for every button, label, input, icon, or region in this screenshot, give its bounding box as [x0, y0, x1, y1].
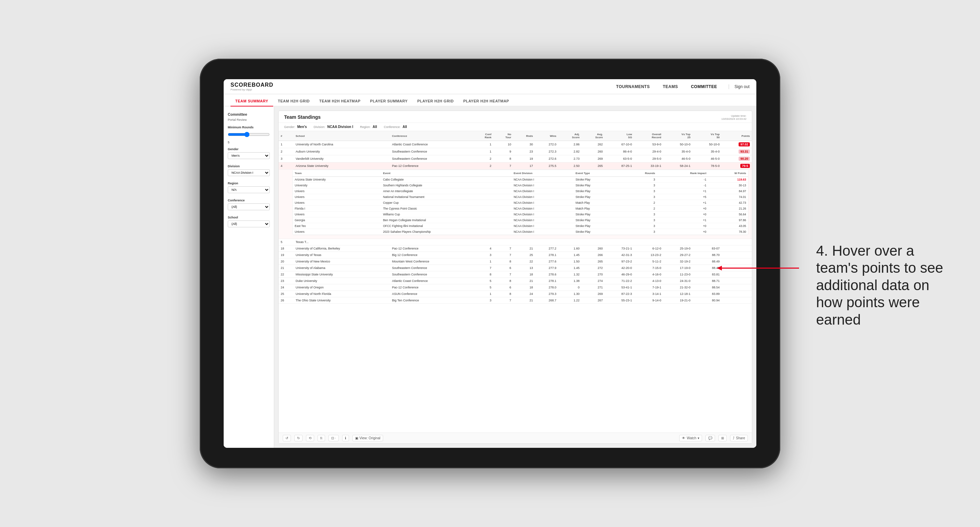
table-row[interactable]: 24 University of Oregon Pac-12 Conferenc… — [278, 284, 752, 291]
tab-team-summary[interactable]: TEAM SUMMARY — [231, 99, 273, 106]
event-row[interactable]: East Tex OFCC Fighting Illini Invitation… — [293, 223, 748, 229]
main-nav: TOURNAMENTS TEAMS COMMITTEE Sign out — [615, 84, 749, 89]
view-button[interactable]: ▣ View: Original — [352, 435, 383, 441]
event-row[interactable]: Univers Amer An Intercollegiate NCAA Div… — [293, 189, 748, 194]
cell-no-tour: 8 — [493, 278, 513, 284]
cell-points[interactable] — [722, 245, 752, 252]
cell-avg: 269 — [582, 291, 605, 297]
table-row[interactable]: 2 Auburn University Southeastern Confere… — [278, 148, 752, 155]
arrow-svg — [717, 263, 806, 273]
paste-button[interactable]: ⊡ · — [328, 435, 339, 441]
sign-out-button[interactable]: Sign out — [729, 84, 749, 89]
tab-team-h2h-grid[interactable]: TEAM H2H GRID — [273, 99, 315, 106]
ev-type: Stroke Play — [574, 212, 622, 217]
cell-vs25: 19-21-0 — [663, 297, 692, 304]
cell-points[interactable]: 90.20 — [722, 155, 752, 162]
table-row[interactable]: 1 University of North Carolina Atlantic … — [278, 141, 752, 148]
conference-select[interactable]: (All) — [228, 203, 270, 210]
sidebar-subheader: Portal Review — [228, 118, 270, 122]
cell-points[interactable] — [722, 291, 752, 297]
cell-points[interactable]: 79-5 — [722, 162, 752, 170]
eye-icon: 👁 — [682, 436, 685, 440]
cell-rank: 2 — [278, 148, 294, 155]
cell-adj: 2.82 — [558, 148, 582, 155]
gender-select[interactable]: Men's Women's — [228, 152, 270, 159]
school-select[interactable]: (All) — [228, 221, 270, 227]
grid-button[interactable]: ⊞ — [718, 435, 727, 441]
app-logo-sub: Powered by clippi — [231, 88, 252, 91]
cell-vs50 — [692, 239, 722, 245]
reset-button[interactable]: ⟲ — [306, 435, 314, 441]
event-row[interactable]: Univers Williams Cup NCAA Division I Str… — [293, 212, 748, 217]
region-select[interactable]: N/A East West — [228, 186, 270, 193]
ev-type: Stroke Play — [574, 194, 622, 200]
event-row[interactable]: Florida I The Cypress Point Classic NCAA… — [293, 206, 748, 212]
event-detail-table: Team Event Event Division Event Type Rou… — [293, 170, 748, 235]
table-row[interactable]: 26 The Ohio State University Big Ten Con… — [278, 297, 752, 304]
share-button[interactable]: ⤴ Share — [730, 435, 748, 441]
cell-points[interactable]: 97.02 — [722, 141, 752, 148]
ev-rounds: 3 — [621, 212, 657, 217]
redo-button[interactable]: ↻ — [294, 435, 302, 441]
cell-avg: 270 — [582, 271, 605, 278]
copy-button[interactable]: ⎘ — [318, 435, 325, 441]
col-overall: OverallRecord — [634, 131, 663, 141]
cell-low-sg: 87-25-1 — [605, 162, 634, 170]
cell-points[interactable] — [722, 278, 752, 284]
min-rounds-slider[interactable] — [228, 130, 270, 138]
col-vs-top50: Vs Top50 — [692, 131, 722, 141]
tab-player-h2h-grid[interactable]: PLAYER H2H GRID — [412, 99, 458, 106]
cell-points[interactable]: 93.31 — [722, 148, 752, 155]
cell-vs50: 88.70 — [692, 252, 722, 259]
table-row[interactable]: 22 Mississippi State University Southeas… — [278, 271, 752, 278]
nav-teams[interactable]: TEAMS — [662, 84, 679, 89]
table-row[interactable]: 20 University of New Mexico Mountain Wes… — [278, 259, 752, 265]
nav-committee[interactable]: COMMITTEE — [689, 84, 718, 89]
cell-avg: 265 — [582, 162, 605, 170]
cell-school: The Ohio State University — [294, 297, 390, 304]
table-row[interactable]: 25 University of North Florida ASUN Conf… — [278, 291, 752, 297]
table-header-row: # School Conference ConfRank NoTour Rnds… — [278, 131, 752, 141]
table-row[interactable]: 5 Texas T... — [278, 239, 752, 245]
comment-button[interactable]: 💬 — [705, 435, 715, 441]
cell-points[interactable] — [722, 284, 752, 291]
table-row[interactable]: 21 University of Alabama Southeastern Co… — [278, 265, 752, 271]
table-row[interactable]: 18 University of California, Berkeley Pa… — [278, 245, 752, 252]
cell-rank: 24 — [278, 284, 294, 291]
ev-event: Williams Cup — [381, 212, 512, 217]
cell-points[interactable] — [722, 239, 752, 245]
cell-conf-rank: 2 — [472, 162, 493, 170]
cell-rnds: 21 — [513, 278, 535, 284]
ev-division: NCAA Division I — [512, 223, 573, 229]
cell-vs25: 50-10-0 — [663, 141, 692, 148]
table-row-highlighted[interactable]: 4 Arizona State University Pac-12 Confer… — [278, 162, 752, 170]
cell-school: University of North Carolina — [294, 141, 390, 148]
event-row[interactable]: Univers National Invitational Tournament… — [293, 194, 748, 200]
share-label: Share — [736, 436, 745, 440]
event-row[interactable]: Univers Copper Cup NCAA Division I Match… — [293, 200, 748, 206]
cell-avg: 262 — [582, 141, 605, 148]
table-row[interactable]: 23 Duke University Atlantic Coast Confer… — [278, 278, 752, 284]
cell-avg — [582, 239, 605, 245]
cell-points[interactable] — [722, 297, 752, 304]
division-select[interactable]: NCAA Division I NCAA Division II NCAA Di… — [228, 169, 270, 176]
ev-division: NCAA Division I — [512, 177, 573, 183]
cell-avg: 271 — [582, 284, 605, 291]
table-row[interactable]: 19 University of Texas Big 12 Conference… — [278, 252, 752, 259]
watch-button[interactable]: 👁 Watch ▾ — [679, 435, 702, 441]
tab-player-h2h-heatmap[interactable]: PLAYER H2H HEATMAP — [458, 99, 514, 106]
info-button[interactable]: ℹ — [342, 435, 349, 441]
tab-player-summary[interactable]: PLAYER SUMMARY — [365, 99, 412, 106]
event-row[interactable]: University Southern Highlands Collegiate… — [293, 183, 748, 189]
event-row[interactable]: Georgia Ben Hogan Collegiate Invitationa… — [293, 217, 748, 223]
ev-wpoints: 42.73 — [708, 200, 748, 206]
col-avg-score: Avg.Score — [582, 131, 605, 141]
event-row[interactable]: Univers 2023 Sahalee Players Championshi… — [293, 229, 748, 235]
nav-tournaments[interactable]: TOURNAMENTS — [615, 84, 651, 89]
undo-button[interactable]: ↺ — [283, 435, 291, 441]
tab-team-h2h-heatmap[interactable]: TEAM H2H HEATMAP — [315, 99, 365, 106]
table-row[interactable]: 3 Vanderbilt University Southeastern Con… — [278, 155, 752, 162]
cell-vs50: 46-5-0 — [692, 155, 722, 162]
cell-points[interactable] — [722, 252, 752, 259]
event-row[interactable]: Arizona State University Cabo Collegiate… — [293, 177, 748, 183]
